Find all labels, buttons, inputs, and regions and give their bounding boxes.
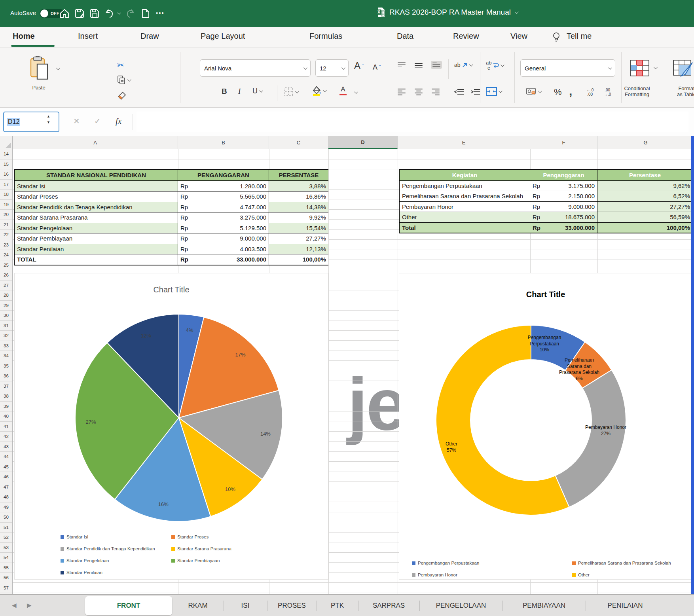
- percent-style-button[interactable]: %: [554, 87, 562, 97]
- undo-menu-chevron-icon[interactable]: [117, 11, 121, 15]
- home-icon[interactable]: [59, 8, 70, 19]
- row-header-48[interactable]: 48: [0, 492, 12, 502]
- table-row[interactable]: Pengembangan PerpustakaanRp3.175.0009,62…: [400, 180, 692, 191]
- table-cell[interactable]: Total: [400, 223, 530, 233]
- align-left-button[interactable]: [398, 89, 406, 95]
- conditional-formatting-button[interactable]: [630, 59, 650, 77]
- donut-chart[interactable]: Chart Title Pengembangan Perpustakaan 10…: [399, 273, 692, 580]
- sheet-tab-sarpras[interactable]: SARPRAS: [358, 595, 419, 616]
- table-row[interactable]: Standar Pendidik dan Tenaga Kependidikan…: [15, 202, 328, 212]
- enter-icon[interactable]: ✓: [94, 116, 101, 126]
- row-header-28[interactable]: 28: [0, 290, 12, 301]
- ribbon-tab-tell-me[interactable]: Tell me: [567, 32, 592, 41]
- paste-button[interactable]: [28, 56, 49, 81]
- table-cell[interactable]: 12,13%: [269, 244, 328, 254]
- table-cell[interactable]: Standar Penilaian: [15, 244, 178, 254]
- row-header-27[interactable]: 27: [0, 281, 12, 291]
- row-header-49[interactable]: 49: [0, 502, 12, 513]
- wrap-text-button[interactable]: ab c: [486, 60, 503, 70]
- sheet-tab-ptk[interactable]: PTK: [317, 595, 358, 616]
- more-commands-icon[interactable]: •••: [156, 9, 165, 16]
- ribbon-tab-draw[interactable]: Draw: [140, 32, 159, 41]
- save-as-icon[interactable]: [74, 8, 85, 19]
- table-cell[interactable]: 9,62%: [597, 181, 692, 191]
- format-painter-icon[interactable]: [117, 91, 127, 100]
- row-header-15[interactable]: 15: [0, 159, 12, 170]
- align-bottom-button[interactable]: [431, 61, 442, 69]
- conditional-formatting-chevron-icon[interactable]: [654, 65, 658, 69]
- table-cell[interactable]: 15,54%: [269, 223, 328, 233]
- row-header-51[interactable]: 51: [0, 523, 12, 533]
- accounting-format-button[interactable]: [526, 87, 541, 96]
- ribbon-tab-insert[interactable]: Insert: [78, 32, 98, 41]
- fill-color-button[interactable]: [312, 85, 326, 96]
- sheet-tab-pembiayaan[interactable]: PEMBIAYAAN: [502, 595, 586, 616]
- increase-decimal-button[interactable]: .00 →.0: [604, 88, 611, 97]
- row-header-33[interactable]: 33: [0, 341, 12, 351]
- table-cell[interactable]: Rp3.275.000: [178, 212, 269, 223]
- column-header-E[interactable]: E: [398, 136, 530, 149]
- row-header-32[interactable]: 32: [0, 331, 12, 341]
- table-cell[interactable]: Standar Proses: [15, 191, 178, 202]
- table-cell[interactable]: Rp3.175.000: [530, 181, 597, 191]
- font-size-select[interactable]: 12: [315, 59, 349, 77]
- table-cell[interactable]: Standar Isi: [15, 181, 178, 191]
- row-header-36[interactable]: 36: [0, 371, 12, 381]
- name-box[interactable]: D12: [3, 112, 59, 132]
- row-header-39[interactable]: 39: [0, 402, 12, 412]
- table-cell[interactable]: Rp9.000.000: [530, 202, 597, 212]
- pie-chart[interactable]: Chart Title 4%17%14%10%16%27%12% Standar…: [14, 273, 328, 580]
- increase-indent-button[interactable]: [471, 89, 480, 96]
- sheet-nav-right-icon[interactable]: ▶: [27, 602, 32, 609]
- row-header-57[interactable]: 57: [0, 583, 12, 593]
- table-cell[interactable]: Standar Pengelolaan: [15, 223, 178, 233]
- table-cell[interactable]: 100,00%: [597, 223, 692, 233]
- row-header-22[interactable]: 22: [0, 230, 12, 240]
- sheet-tab-pengelolaan[interactable]: PENGELOLAAN: [419, 595, 502, 616]
- ribbon-tab-data[interactable]: Data: [397, 32, 413, 41]
- ribbon-tab-view[interactable]: View: [510, 32, 527, 41]
- row-header-30[interactable]: 30: [0, 311, 12, 321]
- table-cell[interactable]: Rp4.003.500: [178, 244, 269, 254]
- row-header-46[interactable]: 46: [0, 472, 12, 482]
- row-header-29[interactable]: 29: [0, 301, 12, 311]
- table-cell[interactable]: Rp1.280.000: [178, 181, 269, 191]
- row-header-44[interactable]: 44: [0, 452, 12, 462]
- row-header-16[interactable]: 16: [0, 169, 12, 180]
- table-row[interactable]: OtherRp18.675.00056,59%: [400, 212, 692, 222]
- new-document-icon[interactable]: [141, 8, 150, 19]
- decrease-decimal-button[interactable]: ←.0 .00: [586, 88, 594, 97]
- merge-center-button[interactable]: [486, 87, 501, 96]
- column-header-B[interactable]: B: [178, 136, 269, 149]
- ribbon-tab-home[interactable]: Home: [13, 32, 35, 41]
- ribbon-tab-review[interactable]: Review: [453, 32, 479, 41]
- align-top-button[interactable]: [398, 62, 406, 66]
- row-header-17[interactable]: 17: [0, 180, 12, 190]
- table-cell[interactable]: Standar Sarana Prasarana: [15, 212, 178, 223]
- number-format-select[interactable]: General: [520, 59, 615, 77]
- table-cell[interactable]: Pemeliharaan Sarana dan Prasarana Sekola…: [400, 191, 530, 201]
- row-header-53[interactable]: 53: [0, 543, 12, 553]
- row-header-55[interactable]: 55: [0, 563, 12, 573]
- table-cell[interactable]: Rp4.747.000: [178, 202, 269, 212]
- table-cell[interactable]: 27,27%: [269, 233, 328, 244]
- insert-function-icon[interactable]: fx: [116, 116, 121, 126]
- column-header-G[interactable]: G: [597, 136, 694, 149]
- document-title[interactable]: RKAS 2026-BOP RA Master Manual: [389, 8, 511, 17]
- row-header-50[interactable]: 50: [0, 512, 12, 523]
- table-row[interactable]: TotalRp33.000.000100,00%: [400, 222, 692, 233]
- sheet-tab-isi[interactable]: ISI: [224, 595, 267, 616]
- row-header-52[interactable]: 52: [0, 533, 12, 543]
- select-all-corner[interactable]: [0, 136, 13, 149]
- increase-font-size-button[interactable]: Aˆ: [354, 60, 364, 71]
- row-header-21[interactable]: 21: [0, 220, 12, 230]
- row-header-43[interactable]: 43: [0, 442, 12, 452]
- row-header-40[interactable]: 40: [0, 411, 12, 422]
- format-as-table-button[interactable]: [673, 59, 694, 78]
- row-header-56[interactable]: 56: [0, 573, 12, 583]
- row-header-41[interactable]: 41: [0, 422, 12, 432]
- row-header-23[interactable]: 23: [0, 240, 12, 250]
- column-header-C[interactable]: C: [269, 136, 328, 149]
- table-row[interactable]: Standar Sarana PrasaranaRp3.275.0009,92%: [15, 212, 328, 223]
- table-row[interactable]: Standar IsiRp1.280.0003,88%: [15, 181, 328, 191]
